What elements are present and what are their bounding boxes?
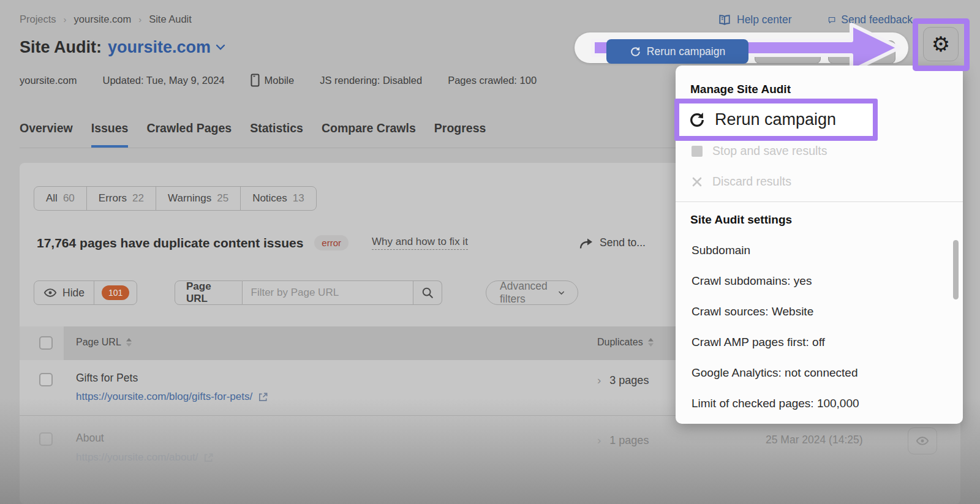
settings-gear-button[interactable]: ⚙ [923,27,959,61]
menu-item-rerun-campaign[interactable]: Rerun campaign [674,99,878,141]
row-checkbox[interactable] [39,432,53,446]
row-page-url-link[interactable]: https://yoursite.com/about/ [76,451,214,464]
site-audit-page: Projects › yoursite.com › Site Audit Sit… [0,0,980,504]
refresh-icon [688,111,706,129]
meta-updated: Updated: Tue, May 9, 2024 [103,75,225,86]
mobile-icon [251,73,260,87]
refresh-icon [630,46,641,58]
page-url-filter-group: Page URL [175,280,442,305]
advanced-filters-label: Advanced filters [500,280,551,306]
stop-icon [692,146,703,157]
breadcrumb: Projects › yoursite.com › Site Audit [20,13,192,25]
external-link-icon [203,453,214,463]
menu-item-limit-pages[interactable]: Limit of checked pages: 100,000 [692,397,859,410]
row-page-title: Gifts for Pets [76,372,138,385]
share-arrow-icon [579,237,594,249]
issue-headline: 17,764 pages have duplicate content issu… [37,236,303,250]
menu-item-rerun-label: Rerun campaign [715,110,836,129]
menu-item-discard: Discard results [692,175,791,189]
tab-compare-crawls[interactable]: Compare Crawls [322,121,416,148]
chevron-down-icon [216,44,225,51]
menu-item-subdomain[interactable]: Subdomain [692,244,750,257]
meta-device: Mobile [251,73,295,87]
menu-item-google-analytics[interactable]: Google Analytics: not connected [692,366,858,380]
rerun-campaign-label: Rerun campaign [647,45,725,58]
annotation-gear-highlight: ⚙ [913,18,970,71]
column-header-duplicates[interactable]: Duplicates [597,337,654,348]
chip-warnings[interactable]: Warnings 25 [156,186,241,211]
hide-button[interactable]: Hide 101 [34,280,137,305]
row-page-url-link[interactable]: https://yoursite.com/blog/gifts-for-pets… [76,391,268,403]
severity-badge: error [314,235,349,250]
sort-icon[interactable] [126,338,132,347]
breadcrumb-domain[interactable]: yoursite.com [74,13,132,25]
send-to-label: Send to... [600,236,646,249]
page-title: Site Audit: yoursite.com [20,38,225,57]
breadcrumb-projects[interactable]: Projects [20,13,56,25]
menu-item-stop-save: Stop and save results [692,144,827,158]
tab-progress[interactable]: Progress [434,121,486,148]
eye-icon [916,436,929,446]
expand-chevron-icon: › [597,374,601,387]
gear-icon: ⚙ [932,34,950,55]
sort-icon[interactable] [647,338,654,347]
advanced-filters-button[interactable]: Advanced filters [486,280,578,305]
search-button[interactable] [413,280,442,305]
why-how-fix-link[interactable]: Why and how to fix it [372,236,468,250]
tab-statistics[interactable]: Statistics [250,121,303,148]
menu-item-crawl-amp[interactable]: Crawl AMP pages first: off [692,336,825,349]
table-row[interactable]: About https://yoursite.com/about/ › 1 pa… [20,415,960,483]
audit-meta-row: yoursite.com Updated: Tue, May 9, 2024 M… [20,73,537,87]
issues-toolbar: Hide 101 Page URL Advanced filters [34,280,137,305]
external-link-icon [258,392,268,402]
breadcrumb-site-audit: Site Audit [149,13,192,25]
search-icon [421,287,434,299]
menu-item-crawl-sources[interactable]: Crawl sources: Website [692,305,813,318]
select-all-checkbox[interactable] [39,336,53,350]
issue-headline-row: 17,764 pages have duplicate content issu… [37,235,468,250]
hide-button-label: Hide [62,287,85,299]
tab-overview[interactable]: Overview [20,121,73,148]
page-url-filter-input[interactable] [243,280,413,305]
tab-issues[interactable]: Issues [91,121,129,148]
x-icon [692,176,703,187]
menu-item-crawl-subdomains[interactable]: Crawl subdomains: yes [692,274,812,288]
hidden-count-badge: 101 [102,285,129,300]
tab-crawled-pages[interactable]: Crawled Pages [146,121,232,148]
menu-section-settings: Site Audit settings [690,213,792,227]
severity-filter-chips: All 60 Errors 22 Warnings 25 Notices 13 [34,186,317,211]
issue-visibility-button[interactable] [908,427,937,454]
chevron-down-icon [559,290,564,296]
meta-domain: yoursite.com [20,75,77,86]
chip-errors[interactable]: Errors 22 [86,186,156,211]
meta-js-rendering: JS rendering: Disabled [320,75,422,86]
hidden-count-segment[interactable]: 101 [94,281,137,304]
row-page-title: About [76,432,104,445]
menu-section-manage: Manage Site Audit [690,83,791,96]
column-header-page-url[interactable]: Page URL [76,337,132,348]
send-to-link[interactable]: Send to... [579,236,646,249]
expand-chevron-icon: › [597,434,601,447]
discovered-date: 25 Mar 2024 (14:25) [766,434,863,446]
eye-icon [43,288,57,298]
page-url-filter-label[interactable]: Page URL [175,280,243,305]
dropdown-scrollbar[interactable] [953,240,959,299]
menu-divider [676,201,963,202]
chip-notices[interactable]: Notices 13 [240,186,317,211]
breadcrumb-separator: › [64,14,67,24]
title-domain: yoursite.com [108,38,211,57]
breadcrumb-separator: › [138,14,141,24]
project-selector[interactable]: yoursite.com [108,38,225,57]
row-checkbox[interactable] [39,373,53,386]
rerun-campaign-button[interactable]: Rerun campaign [606,39,748,64]
duplicates-cell[interactable]: › 1 pages [597,434,649,447]
settings-dropdown-menu: Manage Site Audit Rerun campaign Stop an… [676,66,963,424]
meta-pages-crawled: Pages crawled: 100 [448,75,537,86]
title-prefix: Site Audit: [20,38,102,57]
chip-all[interactable]: All 60 [34,186,87,211]
duplicates-cell[interactable]: › 3 pages [597,374,649,387]
